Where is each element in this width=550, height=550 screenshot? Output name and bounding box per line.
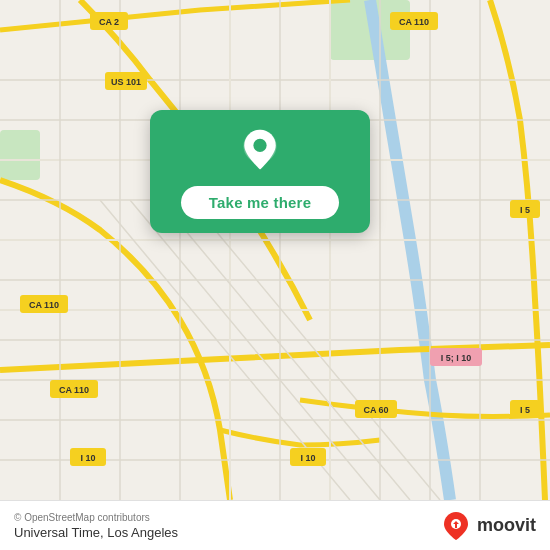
svg-text:I 5; I 10: I 5; I 10 <box>441 353 472 363</box>
svg-text:CA 110: CA 110 <box>399 17 429 27</box>
popup-card: Take me there <box>150 110 370 233</box>
map-background: CA 2 US 101 CA 110 CA 110 I 5; I 10 I 10… <box>0 0 550 500</box>
moovit-logo: moovit <box>440 510 536 542</box>
location-pin-icon <box>236 128 284 176</box>
moovit-text: moovit <box>477 515 536 536</box>
take-me-there-button[interactable]: Take me there <box>181 186 339 219</box>
svg-text:US 101: US 101 <box>111 77 141 87</box>
map-container: CA 2 US 101 CA 110 CA 110 I 5; I 10 I 10… <box>0 0 550 500</box>
svg-rect-2 <box>0 130 40 180</box>
svg-text:I 5: I 5 <box>520 405 530 415</box>
bottom-bar: © OpenStreetMap contributors Universal T… <box>0 500 550 550</box>
copyright-text: © OpenStreetMap contributors <box>14 512 178 523</box>
svg-text:I 10: I 10 <box>300 453 315 463</box>
location-name: Universal Time, Los Angeles <box>14 525 178 540</box>
svg-text:CA 2: CA 2 <box>99 17 119 27</box>
svg-point-50 <box>253 139 266 152</box>
svg-text:I 10: I 10 <box>80 453 95 463</box>
svg-text:I 5: I 5 <box>520 205 530 215</box>
svg-text:CA 110: CA 110 <box>29 300 59 310</box>
moovit-icon <box>440 510 472 542</box>
svg-text:CA 60: CA 60 <box>363 405 388 415</box>
svg-text:CA 110: CA 110 <box>59 385 89 395</box>
